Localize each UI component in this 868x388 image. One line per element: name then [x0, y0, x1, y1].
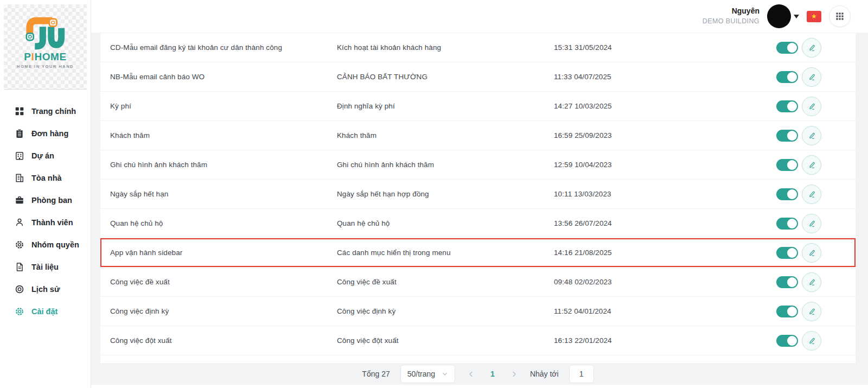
page-size-select[interactable]: 50/trang [400, 365, 455, 383]
enabled-toggle[interactable] [776, 100, 798, 112]
enabled-toggle[interactable] [776, 42, 798, 54]
edit-button[interactable] [802, 67, 821, 87]
edit-button[interactable] [802, 243, 821, 263]
setting-name: Công việc đề xuất [110, 278, 337, 286]
chevron-down-icon [442, 371, 448, 377]
prev-page-button[interactable] [465, 370, 477, 379]
sidebar-item[interactable]: Lịch sử [15, 284, 91, 294]
enabled-toggle[interactable] [776, 276, 798, 288]
setting-name: Ngày sắp hết hạn [110, 190, 337, 198]
sidebar-item[interactable]: Tài liệu [15, 262, 91, 272]
enabled-toggle[interactable] [776, 218, 798, 230]
pagination-bar: Tổng 27 50/trang 1 Nhảy tới [100, 363, 856, 385]
enabled-toggle[interactable] [776, 159, 798, 171]
row-actions [776, 214, 856, 233]
roles-icon [15, 240, 24, 250]
setting-name: Kỳ phí [110, 102, 337, 110]
history-icon [15, 284, 24, 294]
user-name: Nguyên [703, 7, 760, 16]
total-count-label: Tổng 27 [362, 370, 390, 378]
setting-description: Công việc đột xuất [337, 336, 554, 345]
pencil-icon [807, 160, 816, 169]
sidebar-item[interactable]: Thành viên [15, 218, 91, 227]
edit-button[interactable] [802, 126, 821, 145]
sidebar-item[interactable]: Tòa nhà [15, 173, 91, 183]
setting-name: App vận hành sidebar [110, 249, 337, 257]
pencil-icon [807, 72, 816, 81]
setting-updated-time: 16:13 22/01/2024 [554, 336, 776, 345]
table-row: Công việc đề xuất Công việc đề xuất 09:4… [100, 268, 856, 297]
jump-to-label: Nhảy tới [530, 370, 559, 378]
setting-description: Ngày sắp hết hạn hợp đồng [337, 190, 554, 198]
pencil-icon [807, 219, 816, 228]
setting-description: Quan hệ chủ hộ [337, 219, 554, 227]
pencil-icon [807, 189, 816, 199]
chevron-left-icon [468, 371, 475, 378]
project-icon [15, 151, 24, 161]
setting-name: Ghi chú hình ảnh khách thăm [110, 161, 337, 169]
table-row: App vận hành sidebar Các danh mục hiển t… [100, 238, 856, 268]
pencil-icon [807, 277, 816, 287]
current-page[interactable]: 1 [487, 370, 498, 378]
table-row: Khách thăm Khách thăm 16:59 25/09/2023 [100, 121, 856, 150]
setting-name: NB-Mẫu email cảnh báo WO [110, 73, 337, 81]
enabled-toggle[interactable] [776, 188, 798, 200]
content-area: CD-Mẫu email đăng ký tài khoản cư dân th… [91, 33, 868, 388]
setting-updated-time: 13:56 26/07/2024 [554, 219, 776, 227]
edit-button[interactable] [802, 38, 821, 58]
edit-button[interactable] [802, 214, 821, 233]
setting-updated-time: 11:33 04/07/2025 [554, 73, 776, 81]
setting-name: Công việc định kỳ [110, 307, 337, 315]
bottom-strip [91, 385, 868, 388]
brand-wordmark: PIHOME [24, 52, 67, 62]
topbar: Nguyên DEMO BUILDING ★ [91, 0, 868, 33]
apps-grid-button[interactable] [829, 5, 851, 27]
sidebar-item[interactable]: Cài đặt [15, 307, 91, 316]
language-flag-button[interactable]: ★ [807, 11, 821, 22]
building-icon [15, 173, 24, 183]
edit-button[interactable] [802, 155, 821, 175]
row-actions [776, 272, 856, 292]
row-actions [776, 185, 856, 204]
enabled-toggle[interactable] [776, 306, 798, 317]
setting-updated-time: 11:52 04/01/2024 [554, 307, 776, 315]
edit-button[interactable] [802, 331, 821, 351]
dashboard-icon [15, 106, 24, 116]
enabled-toggle[interactable] [776, 71, 798, 83]
enabled-toggle[interactable] [776, 130, 798, 142]
pencil-icon [807, 307, 816, 316]
enabled-toggle[interactable] [776, 335, 798, 347]
pencil-icon [807, 43, 816, 52]
edit-button[interactable] [802, 272, 821, 292]
next-page-button[interactable] [508, 370, 520, 379]
sidebar-item[interactable]: Phòng ban [15, 195, 91, 205]
pencil-icon [807, 131, 816, 140]
chevron-down-icon [794, 15, 799, 18]
row-actions [776, 243, 856, 263]
table-row: Ghi chú hình ảnh khách thăm Ghi chú hình… [100, 150, 856, 180]
sidebar-item[interactable]: Nhóm quyền [15, 240, 91, 250]
logo-panel: PIHOME HOME IN YOUR HAND [4, 4, 87, 90]
setting-name: CD-Mẫu email đăng ký tài khoản cư dân th… [110, 43, 337, 52]
setting-description: Công việc đề xuất [337, 278, 554, 286]
department-icon [15, 195, 24, 205]
user-menu-button[interactable] [767, 4, 799, 28]
edit-button[interactable] [802, 97, 821, 116]
edit-button[interactable] [802, 185, 821, 204]
pihome-logo-icon [22, 11, 69, 50]
workspace-name: DEMO BUILDING [703, 17, 760, 26]
main-area: Nguyên DEMO BUILDING ★ CD-Mẫu email đăng [91, 0, 868, 388]
sidebar-item[interactable]: Đơn hàng [15, 129, 91, 138]
edit-button[interactable] [802, 302, 821, 321]
jump-to-input[interactable] [569, 365, 594, 383]
row-actions [776, 302, 856, 321]
setting-description: Kích hoạt tài khoản khách hàng [337, 43, 554, 52]
sidebar-item[interactable]: Dự án [15, 151, 91, 161]
enabled-toggle[interactable] [776, 247, 798, 259]
grid-icon [835, 12, 844, 21]
setting-description: Khách thăm [337, 131, 554, 139]
sidebar: PIHOME HOME IN YOUR HAND Trang chính Đơn… [0, 0, 91, 388]
table-row: CD-Mẫu email đăng ký tài khoản cư dân th… [100, 33, 856, 62]
chevron-right-icon [510, 371, 518, 378]
sidebar-item[interactable]: Trang chính [15, 106, 91, 116]
